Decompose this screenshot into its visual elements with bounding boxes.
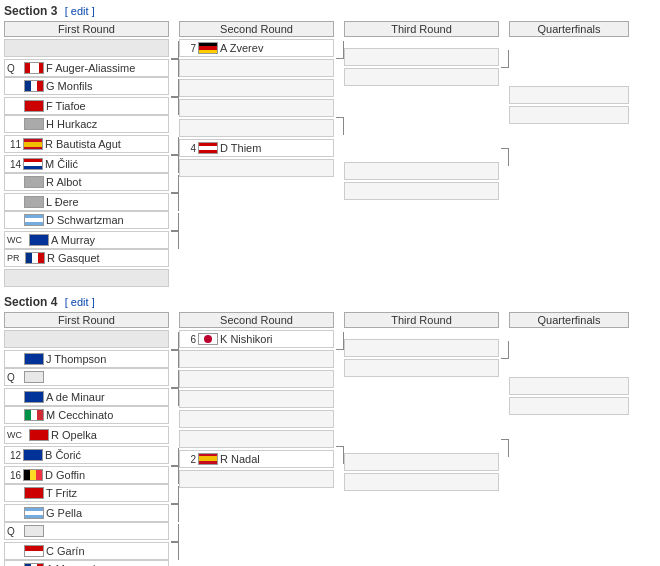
s3-r1-bautista: 11 R Bautista Agut xyxy=(4,135,169,153)
s4-r2-e5 xyxy=(179,430,334,448)
s4-r3-e4 xyxy=(344,473,499,491)
s4-r1-fritz: T Fritz xyxy=(4,484,169,502)
s3-qf-e2 xyxy=(509,106,629,124)
s4-r1-cecchinato: M Cecchinato xyxy=(4,406,169,424)
s4-r1-header: First Round xyxy=(4,312,169,328)
s4-r2-e1 xyxy=(179,350,334,368)
s3-r1-header: First Round xyxy=(4,21,169,37)
section4-edit[interactable]: [ edit ] xyxy=(65,296,95,308)
flag-de-zverev xyxy=(198,42,218,54)
s3-r2-e5 xyxy=(179,159,334,177)
flag-us-fritz xyxy=(24,487,44,499)
flag-q1 xyxy=(24,371,44,383)
s4-r1-goffin: 16 D Goffin xyxy=(4,466,169,484)
section4-title: Section 4 xyxy=(4,295,57,309)
s3-r1-albot: R Albot xyxy=(4,173,169,191)
s4-r1-thompson: J Thompson xyxy=(4,350,169,368)
s3-r1-schwartzman: D Schwartzman xyxy=(4,211,169,229)
s3-r1-cilic: 14 M Čilić xyxy=(4,155,169,173)
s3-r2-thiem: 4 D Thiem xyxy=(179,139,334,157)
s3-r3-e3 xyxy=(344,162,499,180)
s4-r2-e4 xyxy=(179,410,334,428)
flag-es-nadal xyxy=(198,453,218,465)
s3-r2-zverev: 7 A Zverev xyxy=(179,39,334,57)
section4: Section 4 [ edit ] First Round J Thompso… xyxy=(4,295,656,566)
s4-r1-mannarino: A Mannarino xyxy=(4,560,169,566)
s4-qf-e1 xyxy=(509,377,629,395)
s3-r1-tiafoe: F Tiafoe xyxy=(4,97,169,115)
s4-qf-header: Quarterfinals xyxy=(509,312,629,328)
flag-hr-cilic xyxy=(23,158,43,170)
flag-ar-schwartz xyxy=(24,214,44,226)
s4-r1-deminaur: A de Minaur xyxy=(4,388,169,406)
s3-r2-e1 xyxy=(179,59,334,77)
flag-at-thiem xyxy=(198,142,218,154)
s4-r2-header: Second Round xyxy=(179,312,334,328)
s3-r3-header: Third Round xyxy=(344,21,499,37)
s3-r1-p0 xyxy=(4,39,169,57)
flag-fr-gasquet xyxy=(25,252,45,264)
s4-r1-q2: Q xyxy=(4,522,169,540)
flag-it-cecchinato xyxy=(24,409,44,421)
s3-r2-header: Second Round xyxy=(179,21,334,37)
s3-r1-q: Q F Auger-Aliassime xyxy=(4,59,169,77)
s3-r1-dere: L Đere xyxy=(4,193,169,211)
s3-r1-hurkacz: H Hurkacz xyxy=(4,115,169,133)
flag-au-thompson xyxy=(24,353,44,365)
s4-r1-opelka: WC R Opelka xyxy=(4,426,169,444)
s4-r2-nadal: 2 R Nadal xyxy=(179,450,334,468)
flag-au-coric xyxy=(23,449,43,461)
s4-qf-e2 xyxy=(509,397,629,415)
flag-us-tiafoe xyxy=(24,100,44,112)
section3-edit[interactable]: [ edit ] xyxy=(65,5,95,17)
s3-r2-e3 xyxy=(179,99,334,117)
s3-r1-gasquet: PR R Gasquet xyxy=(4,249,169,267)
s4-r3-e1 xyxy=(344,339,499,357)
flag-cl-garin xyxy=(24,545,44,557)
s3-r1-empty2 xyxy=(4,269,169,287)
flag-us-opelka xyxy=(29,429,49,441)
section3: Section 3 [ edit ] First Round Q F Auger… xyxy=(4,4,656,287)
s3-r1-murray: WC A Murray xyxy=(4,231,169,249)
s3-r3-e4 xyxy=(344,182,499,200)
flag-ar-pella xyxy=(24,507,44,519)
flag-uk-murray xyxy=(29,234,49,246)
flag-ca-auger xyxy=(24,62,44,74)
s4-r2-e3 xyxy=(179,390,334,408)
s3-r2-e2 xyxy=(179,79,334,97)
s3-qf-header: Quarterfinals xyxy=(509,21,629,37)
flag-q2 xyxy=(24,525,44,537)
flag-fr-monfils xyxy=(24,80,44,92)
flag-be-goffin xyxy=(23,469,43,481)
flag-hurkacz xyxy=(24,118,44,130)
s4-r1-coric: 12 B Čorić xyxy=(4,446,169,464)
s4-r1-garin: C Garín xyxy=(4,542,169,560)
flag-albot xyxy=(24,176,44,188)
s4-r2-e2 xyxy=(179,370,334,388)
s4-r2-nishikori: 6 K Nishikori xyxy=(179,330,334,348)
section3-title: Section 3 xyxy=(4,4,57,18)
s3-r3-e2 xyxy=(344,68,499,86)
flag-dere xyxy=(24,196,44,208)
s4-r1-q1: Q xyxy=(4,368,169,386)
s4-r1-blank-top xyxy=(4,330,169,348)
s3-r2-e4 xyxy=(179,119,334,137)
s3-r1-monfils: G Monfils xyxy=(4,77,169,95)
flag-jp-nishikori xyxy=(198,333,218,345)
s3-r3-e1 xyxy=(344,48,499,66)
s4-r3-header: Third Round xyxy=(344,312,499,328)
flag-es-bautista xyxy=(23,138,43,150)
s3-qf-e1 xyxy=(509,86,629,104)
flag-au-deminaur xyxy=(24,391,44,403)
s4-r3-e3 xyxy=(344,453,499,471)
s4-r3-e2 xyxy=(344,359,499,377)
s4-r2-e6 xyxy=(179,470,334,488)
s4-r1-pella: G Pella xyxy=(4,504,169,522)
page-container: Section 3 [ edit ] First Round Q F Auger… xyxy=(4,4,656,566)
